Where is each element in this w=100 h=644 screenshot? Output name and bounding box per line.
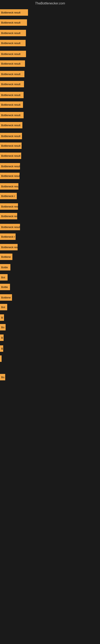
bar[interactable]: Bottleneck result xyxy=(0,133,22,139)
bar-row: Bottleneck resu xyxy=(0,244,100,250)
bar-label: Bottleneck result xyxy=(1,21,20,24)
bar-label: Bottlene xyxy=(1,296,11,299)
bar-label: Bottleneck result xyxy=(1,62,20,65)
bar-label: Bottleneck resu xyxy=(1,185,18,188)
bar-label: Bottleneck r xyxy=(1,194,15,198)
bar[interactable]: Bottleneck result xyxy=(0,152,21,159)
bar[interactable]: Bottlene xyxy=(0,254,12,260)
bar[interactable]: Bot xyxy=(0,304,7,310)
bar-row: Bottleneck result xyxy=(0,30,100,36)
bar[interactable]: Bottleneck result xyxy=(0,173,20,179)
bar[interactable]: Bo xyxy=(0,324,6,330)
bar-row: Bot xyxy=(0,304,100,310)
bar-label: Bottleneck result xyxy=(1,103,20,106)
bar-row: Bottleneck res xyxy=(0,213,100,219)
bar-row: Bottleneck result xyxy=(0,40,100,46)
bar-label: Bottle xyxy=(1,266,8,269)
bar[interactable]: Bottleneck resu xyxy=(0,203,18,210)
bar[interactable]: Bottleneck r xyxy=(0,193,17,199)
bar-label: Bottleneck result xyxy=(1,174,20,178)
bar-label: Bottleneck result xyxy=(1,83,20,86)
bar-row: Bo xyxy=(0,374,100,380)
bar[interactable]: Bottleneck result xyxy=(0,40,26,46)
bar[interactable]: Bottleneck r xyxy=(0,234,16,240)
bar-row: Bot xyxy=(0,274,100,280)
bar-row: Bottleneck result xyxy=(0,81,100,87)
bar[interactable]: Bottleneck result xyxy=(0,112,24,118)
bar[interactable]: Bottlene xyxy=(0,294,12,301)
bar[interactable]: Bottleneck result xyxy=(0,92,24,98)
bar-label: Bottle xyxy=(1,286,8,288)
bar-row: Bottleneck resu xyxy=(0,203,100,210)
bar-label: Bottlene xyxy=(1,256,11,258)
bar-label: Bo xyxy=(1,326,4,329)
bar-label: B xyxy=(1,347,3,350)
bar-row: B xyxy=(0,314,100,321)
bar[interactable]: Bottleneck result xyxy=(0,142,22,149)
bar-label: Bottleneck result xyxy=(1,165,20,168)
bar-label: B xyxy=(1,316,3,319)
bar[interactable]: B xyxy=(0,345,3,352)
bar-label: Bottleneck result xyxy=(1,42,20,45)
bar-row: Bottleneck r xyxy=(0,193,100,199)
bar[interactable]: Bot xyxy=(0,274,8,280)
bar-row xyxy=(0,356,100,362)
bar[interactable]: Bottle xyxy=(0,284,10,290)
bar[interactable]: Bottleneck result xyxy=(0,102,23,108)
bar-row: Bottleneck result xyxy=(0,163,100,170)
bar[interactable]: Bottleneck resu xyxy=(0,244,18,250)
bar-label: Bottleneck result xyxy=(1,32,20,34)
bar[interactable]: Bottleneck result xyxy=(0,163,20,170)
bar[interactable]: Bottleneck resu xyxy=(0,183,18,190)
bar-row: B xyxy=(0,345,100,352)
bar-row: Bottleneck result xyxy=(0,152,100,159)
bar[interactable]: Bottleneck result xyxy=(0,71,24,77)
bar[interactable]: Bo xyxy=(0,374,5,380)
bar-row: Bottleneck result xyxy=(0,224,100,230)
bar-label: Bottleneck resu xyxy=(1,205,18,208)
bar[interactable]: B xyxy=(0,314,4,321)
bar-label: Bot xyxy=(1,276,5,279)
bar-row: B xyxy=(0,334,100,341)
bar-row: Bottleneck resu xyxy=(0,183,100,190)
bar-label: Bottleneck result xyxy=(1,135,20,138)
bar-row: Bottleneck result xyxy=(0,133,100,139)
bar-row: Bottleneck result xyxy=(0,71,100,77)
bar[interactable]: Bottleneck result xyxy=(0,60,25,67)
bar-row: Bottleneck result xyxy=(0,19,100,26)
bar[interactable]: Bottleneck result xyxy=(0,30,26,36)
bar-label: B xyxy=(1,336,3,339)
bar[interactable]: Bottleneck result xyxy=(0,19,27,26)
bar-row: Bottleneck result xyxy=(0,92,100,98)
bar-label: Bottleneck result xyxy=(1,11,20,14)
bar-label: Bottleneck r xyxy=(1,235,15,238)
bar-label: Bottleneck result xyxy=(1,226,20,228)
bar-label: Bottleneck resu xyxy=(1,246,18,249)
bar-label: Bottleneck result xyxy=(1,114,20,117)
bar[interactable]: Bottleneck res xyxy=(0,213,17,219)
bar[interactable]: Bottleneck result xyxy=(0,81,24,87)
site-title: TheBottlenecker.com xyxy=(0,0,100,7)
bar-row: Bottleneck result xyxy=(0,122,100,128)
bar-row: Bottleneck result xyxy=(0,142,100,149)
bars-container: Bottleneck resultBottleneck resultBottle… xyxy=(0,7,100,381)
bar-row: Bottleneck result xyxy=(0,60,100,67)
bar[interactable]: Bottle xyxy=(0,264,10,270)
bar-row: Bottleneck result xyxy=(0,102,100,108)
bar-label: Bottleneck result xyxy=(1,73,20,76)
bar-row: Bottleneck r xyxy=(0,234,100,240)
bar[interactable] xyxy=(0,356,1,362)
bar-label: Bottleneck result xyxy=(1,124,20,127)
bar[interactable]: Bottleneck result xyxy=(0,51,26,57)
bar-label: Bottleneck result xyxy=(1,144,20,147)
bar-row: Bottlene xyxy=(0,254,100,260)
bar-label: Bottleneck result xyxy=(1,94,20,96)
bar-row: Bottle xyxy=(0,264,100,270)
bar-label: Bottleneck result xyxy=(1,52,20,56)
bar[interactable]: Bottleneck result xyxy=(0,9,28,16)
bar-row: Bo xyxy=(0,324,100,330)
bar-row: Bottleneck result xyxy=(0,112,100,118)
bar[interactable]: Bottleneck result xyxy=(0,122,22,128)
bar[interactable]: Bottleneck result xyxy=(0,224,20,230)
bar[interactable]: B xyxy=(0,334,3,341)
